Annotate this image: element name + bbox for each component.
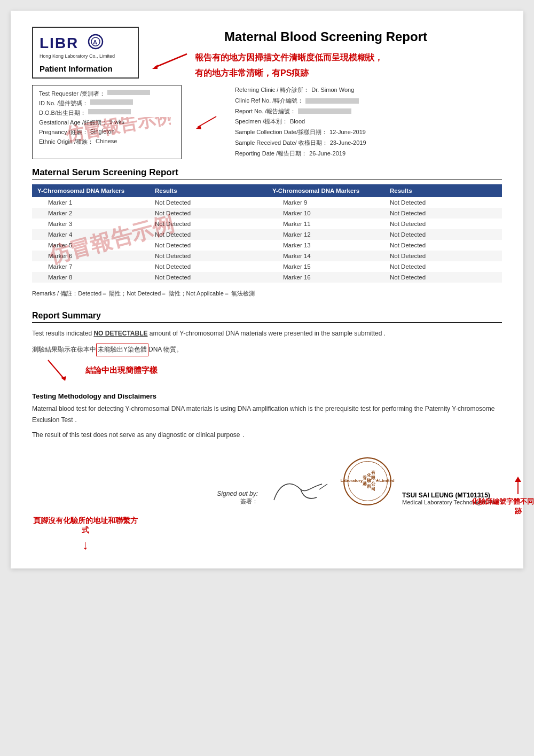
- arrow-up-icon: [505, 476, 531, 497]
- specimen-value: Blood: [290, 116, 305, 127]
- down-arrow-icon: ↓: [32, 537, 139, 552]
- marker-left: Marker 3: [32, 219, 150, 229]
- svg-line-4: [155, 54, 187, 67]
- chinese-after: DNA 物質。: [148, 344, 183, 356]
- marker-right: Marker 9: [267, 197, 384, 208]
- summary-text-block: Test results indicated NO DETECTABLE amo…: [32, 328, 502, 340]
- company-name: Hong Kong Laboratory Co., Limited: [40, 53, 131, 59]
- result-right: Not Detected: [384, 208, 502, 219]
- methodology-text1: Maternal blood test for detecting Y-chro…: [32, 403, 502, 426]
- col3-header: Y-Chromosomal DNA Markers: [267, 184, 384, 197]
- table-row: Marker 7Not DetectedMarker 15Not Detecte…: [32, 261, 502, 272]
- ethnic-value: Chinese: [96, 138, 117, 146]
- report-no-value: [298, 108, 351, 114]
- signature-section: Signed out by: 簽署： Laboratory 香港 化驗所 有限公…: [32, 457, 502, 505]
- summary-bold: NO DETECTABLE: [93, 330, 147, 337]
- annotation-line1: 報告有的地方因掃描文件清晰度低而呈現模糊狀，: [195, 51, 383, 64]
- marker-right: Marker 10: [267, 208, 384, 219]
- markers-table-container: Y-Chromosomal DNA Markers Results Y-Chro…: [32, 184, 502, 283]
- annotation-line2: 有的地方非常清晰，有PS痕跡: [195, 67, 383, 80]
- markers-tbody: Marker 1Not DetectedMarker 9Not Detected…: [32, 197, 502, 283]
- dob-value: [88, 109, 131, 114]
- marker-right: Marker 16: [267, 272, 384, 283]
- col1-header: Y-Chromosomal DNA Markers: [32, 184, 150, 197]
- pregnancy-value: Singleton: [90, 128, 115, 136]
- marker-right: Marker 12: [267, 229, 384, 240]
- marker-left: Marker 2: [32, 208, 150, 219]
- chinese-annotation: 結論中出現簡體字樣: [85, 365, 158, 376]
- methodology-text2: The result of this test does not serve a…: [32, 430, 502, 441]
- marker-left: Marker 6: [32, 251, 150, 261]
- marker-right: Marker 13: [267, 240, 384, 251]
- signature-svg-icon: [269, 473, 333, 505]
- table-row: Marker 3Not DetectedMarker 11Not Detecte…: [32, 219, 502, 229]
- patient-row-id: ID No. /證件號碼：: [39, 99, 175, 107]
- svg-marker-14: [515, 477, 521, 482]
- svg-text:LIBR: LIBR: [40, 35, 78, 51]
- col4-header: Results: [384, 184, 502, 197]
- patient-row-received: Sample Received Date/ 收樣日期： 23-June-2019: [235, 138, 502, 149]
- main-title: Maternal Blood Screening Report: [150, 29, 502, 44]
- table-row: Marker 5Not DetectedMarker 13Not Detecte…: [32, 240, 502, 251]
- summary-text-part2: amount of Y-chromosomal DNA materials we…: [148, 330, 386, 337]
- marker-left: Marker 7: [32, 261, 150, 272]
- summary-section: Report Summary Test results indicated NO…: [32, 311, 502, 384]
- gestational-value: 9 wks: [109, 119, 124, 127]
- signed-out-label: Signed out by:: [217, 490, 258, 497]
- table-row: Marker 8Not DetectedMarker 16Not Detecte…: [32, 272, 502, 283]
- patient-row-specimen: Specimen /標本別： Blood: [235, 116, 502, 127]
- markers-table: Y-Chromosomal DNA Markers Results Y-Chro…: [32, 184, 502, 283]
- remarks-row: Remarks / 備註：Detected＝ 陽性；Not Detected＝ …: [32, 287, 502, 300]
- methodology-title: Testing Methodology and Disclaimers: [32, 392, 502, 400]
- requester-value: [107, 90, 150, 95]
- patient-row-dob: D.O.B/出生日期：: [39, 109, 175, 117]
- marker-right: Marker 11: [267, 219, 384, 229]
- patient-row-pregnancy: Pregnancy /妊娠： Singleton: [39, 128, 175, 136]
- chinese-summary: 測驗結果顯示在樣本中 未能驗出Y染色體 DNA 物質。: [32, 344, 183, 356]
- result-left: Not Detected: [150, 208, 267, 219]
- result-left: Not Detected: [150, 272, 267, 283]
- result-left: Not Detected: [150, 240, 267, 251]
- patient-row-report-no: Report No. /報告編號：: [235, 106, 502, 117]
- lab-stamp: Laboratory 香港 化驗所 有限公司 ★ Limited: [343, 457, 391, 505]
- svg-marker-5: [152, 65, 158, 69]
- marker-left: Marker 4: [32, 229, 150, 240]
- stamp-inner-text: Laboratory 香港 化驗所 有限公司 ★ Limited: [348, 461, 388, 501]
- marker-left: Marker 8: [32, 272, 150, 283]
- bottom-left-text: 頁腳沒有化驗所的地址和聯繫方式: [33, 516, 138, 534]
- logo-svg: LIBR A: [40, 32, 104, 52]
- title-block: Maternal Blood Screening Report 報告有的地方因掃…: [139, 27, 502, 80]
- result-right: Not Detected: [384, 219, 502, 229]
- qianzheng-label: 簽署：: [217, 497, 258, 505]
- patient-info-header: Patient Information: [40, 64, 131, 73]
- table-row: Marker 4Not DetectedMarker 12Not Detecte…: [32, 229, 502, 240]
- result-left: Not Detected: [150, 229, 267, 240]
- logo-block: LIBR A Hong Kong Laboratory Co., Limited…: [32, 27, 139, 79]
- reporting-date-value: 26-June-2019: [309, 149, 345, 159]
- methodology-section: Testing Methodology and Disclaimers Mate…: [32, 392, 502, 441]
- bottom-annotations: 頁腳沒有化驗所的地址和聯繫方式 ↓: [32, 516, 502, 552]
- header-section: LIBR A Hong Kong Laboratory Co., Limited…: [32, 27, 502, 80]
- arrow-left-icon: [150, 49, 192, 75]
- patient-row-collection: Sample Collection Date/採樣日期： 12-June-201…: [235, 127, 502, 138]
- patient-section: Test Requester /受測者： ID No. /證件號碼： D.O.B…: [32, 85, 502, 159]
- bottom-left-annotation: 頁腳沒有化驗所的地址和聯繫方式 ↓: [32, 516, 139, 552]
- result-left: Not Detected: [150, 197, 267, 208]
- result-left: Not Detected: [150, 251, 267, 261]
- id-value: [90, 99, 133, 105]
- arrow-patient-icon: [195, 106, 222, 138]
- patient-row-ethnic: Ethnic Origin /種族： Chinese: [39, 138, 175, 146]
- result-right: Not Detected: [384, 261, 502, 272]
- marker-right: Marker 14: [267, 251, 384, 261]
- right-annotation: 化驗師編號字體不同，有PS痕跡: [470, 497, 534, 516]
- serum-report-title: Maternal Serum Screening Report: [32, 167, 502, 180]
- table-row: Marker 6Not DetectedMarker 14Not Detecte…: [32, 251, 502, 261]
- marker-left: Marker 1: [32, 197, 150, 208]
- chinese-before: 測驗結果顯示在樣本中: [32, 344, 96, 356]
- result-right: Not Detected: [384, 197, 502, 208]
- patient-left-box: Test Requester /受測者： ID No. /證件號碼： D.O.B…: [32, 85, 182, 159]
- table-header-row: Y-Chromosomal DNA Markers Results Y-Chro…: [32, 184, 502, 197]
- patient-right-box: Referring Clinic / 轉介診所： Dr. Simon Wong …: [235, 85, 502, 159]
- summary-text-part1: Test results indicated: [32, 330, 93, 337]
- clinic-value: Dr. Simon Wong: [311, 85, 354, 96]
